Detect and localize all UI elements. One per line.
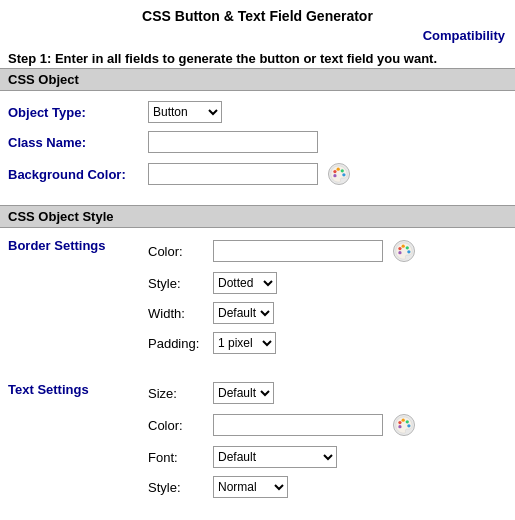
bg-color-input[interactable] (148, 163, 318, 185)
svg-point-10 (407, 250, 410, 253)
text-style-select[interactable]: Normal Bold Italic Bold Italic (213, 476, 288, 498)
text-font-label: Font: (148, 450, 213, 465)
text-color-label: Color: (148, 418, 213, 433)
svg-point-7 (398, 247, 401, 250)
svg-point-17 (398, 425, 401, 428)
compatibility-link[interactable]: Compatibility (423, 28, 505, 43)
svg-point-1 (333, 170, 336, 173)
border-width-row: Width: Default 1px 2px 3px (148, 298, 507, 328)
page-title: CSS Button & Text Field Generator (0, 0, 515, 28)
svg-point-16 (407, 424, 410, 427)
text-color-palette-icon[interactable] (391, 412, 417, 438)
border-style-row: Style: Dotted Solid Dashed None (148, 268, 507, 298)
border-settings-label: Border Settings (8, 234, 148, 358)
text-color-row: Color: (148, 408, 507, 442)
border-color-palette-icon[interactable] (391, 238, 417, 264)
svg-point-4 (342, 173, 345, 176)
bg-color-row: Background Color: (8, 157, 507, 191)
svg-point-15 (406, 420, 409, 423)
border-padding-label: Padding: (148, 336, 213, 351)
border-color-label: Color: (148, 244, 213, 259)
text-settings-section: Text Settings Size: Default 10px 12px 14… (0, 372, 515, 508)
border-padding-row: Padding: 1 pixel 2 pixels 3 pixels 4 pix… (148, 328, 507, 358)
css-object-style-header: CSS Object Style (0, 205, 515, 228)
object-type-select[interactable]: Button Text Field (148, 101, 222, 123)
text-color-input[interactable] (213, 414, 383, 436)
css-object-form: Object Type: Button Text Field Class Nam… (0, 91, 515, 197)
class-name-control (148, 131, 507, 153)
class-name-label: Class Name: (8, 135, 148, 150)
svg-point-14 (402, 419, 405, 422)
text-size-label: Size: (148, 386, 213, 401)
border-settings-section: Border Settings Color: Style: Dotted Sol… (0, 228, 515, 364)
text-settings-fields: Size: Default 10px 12px 14px 16px Color: (148, 378, 507, 502)
bg-color-label: Background Color: (8, 167, 148, 182)
svg-point-8 (402, 245, 405, 248)
svg-point-9 (406, 246, 409, 249)
class-name-row: Class Name: (8, 127, 507, 157)
svg-point-2 (337, 168, 340, 171)
text-font-row: Font: Default Arial Verdana Times New Ro… (148, 442, 507, 472)
svg-point-11 (398, 251, 401, 254)
text-size-row: Size: Default 10px 12px 14px 16px (148, 378, 507, 408)
object-type-label: Object Type: (8, 105, 148, 120)
border-settings-fields: Color: Style: Dotted Solid Dashed None (148, 234, 507, 358)
border-color-input[interactable] (213, 240, 383, 262)
border-style-select[interactable]: Dotted Solid Dashed None (213, 272, 277, 294)
step-instruction: Step 1: Enter in all fields to generate … (0, 47, 515, 68)
compatibility-section: Compatibility (0, 28, 515, 47)
border-style-label: Style: (148, 276, 213, 291)
css-object-header: CSS Object (0, 68, 515, 91)
text-style-label: Style: (148, 480, 213, 495)
object-type-row: Object Type: Button Text Field (8, 97, 507, 127)
svg-point-3 (341, 169, 344, 172)
border-width-select[interactable]: Default 1px 2px 3px (213, 302, 274, 324)
border-padding-select[interactable]: 1 pixel 2 pixels 3 pixels 4 pixels 5 pix… (213, 332, 276, 354)
text-size-select[interactable]: Default 10px 12px 14px 16px (213, 382, 274, 404)
svg-point-5 (333, 174, 336, 177)
border-color-row: Color: (148, 234, 507, 268)
svg-point-13 (398, 421, 401, 424)
text-font-select[interactable]: Default Arial Verdana Times New Roman Ge… (213, 446, 337, 468)
bg-color-control (148, 161, 507, 187)
text-settings-label: Text Settings (8, 378, 148, 502)
class-name-input[interactable] (148, 131, 318, 153)
bg-color-palette-icon[interactable] (326, 161, 352, 187)
object-type-control: Button Text Field (148, 101, 507, 123)
border-width-label: Width: (148, 306, 213, 321)
text-style-row: Style: Normal Bold Italic Bold Italic (148, 472, 507, 502)
